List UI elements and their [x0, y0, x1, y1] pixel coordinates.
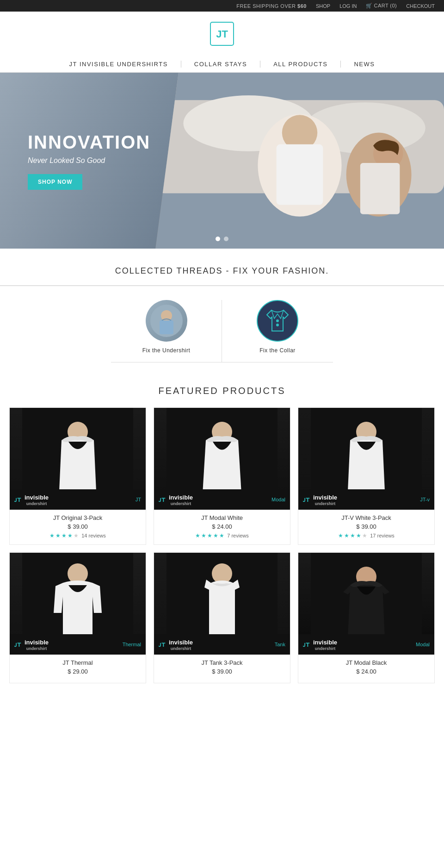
product-card-3[interactable]: ᴊᴛ invisibleUndershirt JT-v JT-V White 3… — [298, 407, 435, 545]
featured-section: FEATURED PRODUCTS ᴊᴛ invisibleUndershirt… — [0, 372, 444, 697]
product-badge-5: ᴊᴛ invisibleUndershirt Tank — [154, 634, 290, 655]
product-name-3: JT-V White 3-Pack — [301, 514, 432, 521]
svg-rect-8 — [277, 144, 323, 205]
product-image-5: ᴊᴛ invisibleUndershirt Tank — [154, 553, 290, 655]
cart-link[interactable]: 🛒 CART (0) — [366, 3, 397, 9]
product-name-2: JT Modal White — [157, 514, 287, 521]
svg-text:JT: JT — [216, 28, 228, 40]
product-stars-3: ★★★★★ 17 reviews — [301, 532, 432, 539]
shipping-text: FREE SHIPPING OVER $60 — [236, 3, 307, 9]
product-badge-1: ᴊᴛ invisibleUndershirt JT — [10, 489, 146, 510]
product-image-1: ᴊᴛ invisibleUndershirt JT — [10, 408, 146, 510]
product-image-6: ᴊᴛ invisibleUndershirt Modal — [298, 553, 434, 655]
product-stars-1: ★★★★★ 14 reviews — [12, 532, 143, 539]
svg-point-16 — [276, 319, 279, 322]
product-info-6: JT Modal Black $ 24.00 — [298, 655, 434, 683]
logo[interactable]: JT — [208, 20, 236, 50]
category-collar[interactable]: Fix the Collar — [222, 300, 333, 362]
hero-dots — [216, 237, 228, 241]
hero-content: INNOVATION Never Looked So Good SHOP NOW — [0, 132, 150, 190]
product-card-5[interactable]: ᴊᴛ invisibleUndershirt Tank JT Tank 3-Pa… — [154, 552, 290, 683]
main-nav: JT INVISIBLE UNDERSHIRTS COLLAR STAYS AL… — [56, 56, 388, 72]
hero-title: INNOVATION — [28, 132, 150, 153]
hero-subtitle: Never Looked So Good — [28, 156, 150, 165]
product-card-1[interactable]: ᴊᴛ invisibleUndershirt JT JT Original 3-… — [9, 407, 146, 545]
product-price-4: $ 29.00 — [12, 668, 143, 675]
category-undershirt[interactable]: Fix the Undershirt — [111, 300, 222, 362]
product-badge-6: ᴊᴛ invisibleUndershirt Modal — [298, 634, 434, 655]
categories-section: Fix the Undershirt Fix the Collar — [0, 286, 444, 372]
product-info-2: JT Modal White $ 24.00 ★★★★★ 7 reviews — [154, 510, 290, 544]
top-bar: FREE SHIPPING OVER $60 SHOP LOG IN 🛒 CAR… — [0, 0, 444, 12]
product-badge-4: ᴊᴛ invisibleUndershirt Thermal — [10, 634, 146, 655]
svg-point-17 — [276, 324, 279, 326]
undershirt-label: Fix the Undershirt — [142, 347, 191, 354]
product-price-2: $ 24.00 — [157, 523, 287, 530]
shop-now-button[interactable]: SHOP NOW — [28, 174, 82, 190]
nav-all-products[interactable]: ALL PRODUCTS — [260, 61, 341, 68]
product-image-2: ᴊᴛ invisibleUndershirt Modal — [154, 408, 290, 510]
product-info-1: JT Original 3-Pack $ 39.00 ★★★★★ 14 revi… — [10, 510, 146, 544]
product-price-3: $ 39.00 — [301, 523, 432, 530]
hero-dot-1[interactable] — [216, 237, 220, 241]
product-price-5: $ 39.00 — [157, 668, 287, 675]
product-card-2[interactable]: ᴊᴛ invisibleUndershirt Modal JT Modal Wh… — [154, 407, 290, 545]
product-card-4[interactable]: ᴊᴛ invisibleUndershirt Thermal JT Therma… — [9, 552, 146, 683]
product-image-3: ᴊᴛ invisibleUndershirt JT-v — [298, 408, 434, 510]
products-grid: ᴊᴛ invisibleUndershirt JT JT Original 3-… — [9, 407, 435, 683]
product-name-4: JT Thermal — [12, 659, 143, 666]
product-card-6[interactable]: ᴊᴛ invisibleUndershirt Modal JT Modal Bl… — [298, 552, 435, 683]
featured-title: FEATURED PRODUCTS — [9, 386, 435, 396]
product-price-1: $ 39.00 — [12, 523, 143, 530]
product-info-5: JT Tank 3-Pack $ 39.00 — [154, 655, 290, 683]
hero-dot-2[interactable] — [224, 237, 228, 241]
shop-link[interactable]: SHOP — [316, 3, 330, 9]
product-badge-3: ᴊᴛ invisibleUndershirt JT-v — [298, 489, 434, 510]
product-name-1: JT Original 3-Pack — [12, 514, 143, 521]
product-badge-2: ᴊᴛ invisibleUndershirt Modal — [154, 489, 290, 510]
product-price-6: $ 24.00 — [301, 668, 432, 675]
product-image-4: ᴊᴛ invisibleUndershirt Thermal — [10, 553, 146, 655]
hero-banner: INNOVATION Never Looked So Good SHOP NOW — [0, 73, 444, 249]
svg-rect-11 — [360, 163, 400, 214]
tagline-section: COLLECTED THREADS - FIX YOUR FASHION. — [0, 249, 444, 286]
collar-label: Fix the Collar — [259, 347, 296, 354]
hero-image — [155, 73, 444, 249]
tagline: COLLECTED THREADS - FIX YOUR FASHION. — [9, 266, 435, 276]
product-name-5: JT Tank 3-Pack — [157, 659, 287, 666]
undershirt-avatar — [146, 300, 187, 342]
nav-collar-stays[interactable]: COLLAR STAYS — [181, 61, 260, 68]
nav-undershirts[interactable]: JT INVISIBLE UNDERSHIRTS — [56, 61, 181, 68]
checkout-link[interactable]: CHECKOUT — [406, 3, 435, 9]
product-name-6: JT Modal Black — [301, 659, 432, 666]
nav-news[interactable]: NEWS — [341, 61, 388, 68]
product-info-3: JT-V White 3-Pack $ 39.00 ★★★★★ 17 revie… — [298, 510, 434, 544]
product-info-4: JT Thermal $ 29.00 — [10, 655, 146, 683]
header: JT JT INVISIBLE UNDERSHIRTS COLLAR STAYS… — [0, 12, 444, 73]
login-link[interactable]: LOG IN — [339, 3, 357, 9]
svg-rect-14 — [160, 320, 173, 334]
product-stars-2: ★★★★★ 7 reviews — [157, 532, 287, 539]
collar-avatar — [257, 300, 298, 342]
